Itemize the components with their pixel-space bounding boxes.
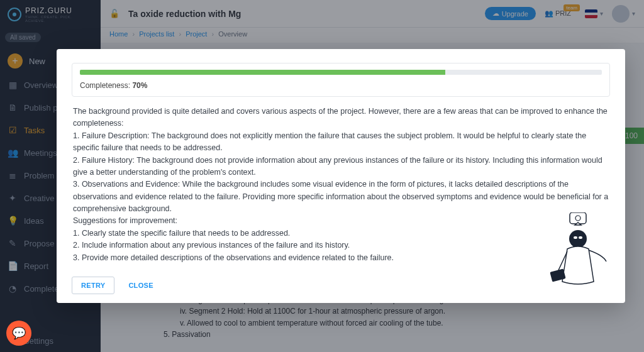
progress-bar	[80, 70, 602, 75]
progress-value: 70%	[132, 81, 147, 90]
modal-body-line: 1. Clearly state the specific failure th…	[73, 228, 610, 239]
modal-body-line: 3. Observations and Evidence: While the …	[73, 179, 610, 215]
modal-body-line: 3. Provide more detailed descriptions of…	[73, 252, 610, 264]
chat-fab[interactable]: 💬	[6, 321, 31, 346]
progress-fill	[80, 70, 445, 75]
modal-footer: RETRY CLOSE	[72, 269, 610, 294]
completeness-modal: Completeness: 70% The background provide…	[57, 49, 625, 303]
progress-prefix: Completeness:	[80, 81, 132, 90]
chat-icon: 💬	[12, 326, 26, 340]
modal-body-line: The background provided is quite detaile…	[73, 106, 610, 130]
progress-label: Completeness: 70%	[80, 81, 602, 90]
modal-body: The background provided is quite detaile…	[72, 104, 610, 267]
progress-card: Completeness: 70%	[72, 63, 610, 97]
modal-body-line: 2. Failure History: The background does …	[73, 155, 610, 179]
modal-body-line: 2. Include information about any previou…	[73, 239, 610, 251]
retry-button[interactable]: RETRY	[72, 277, 114, 294]
svg-rect-4	[579, 236, 582, 239]
svg-rect-3	[574, 236, 577, 239]
modal-body-line: Suggestions for improvement:	[73, 215, 610, 227]
close-button[interactable]: CLOSE	[122, 277, 159, 294]
svg-point-2	[569, 230, 587, 248]
modal-body-line: 1. Failure Description: The background d…	[73, 130, 610, 155]
mascot-illustration	[543, 212, 613, 294]
